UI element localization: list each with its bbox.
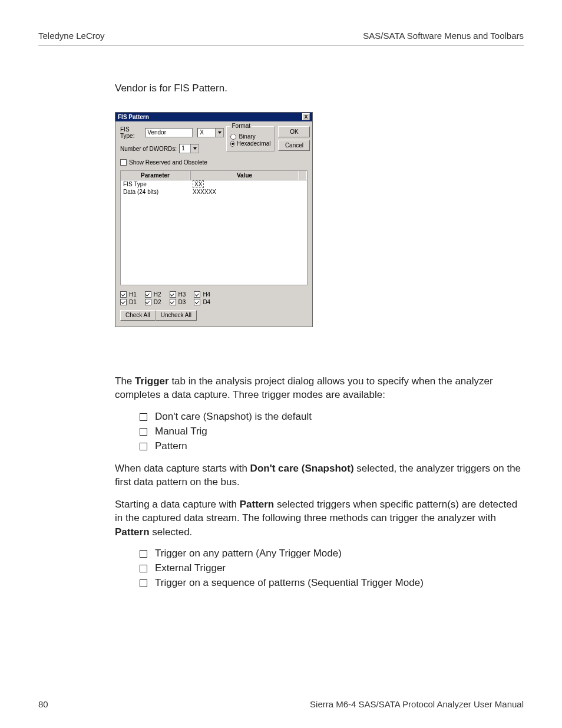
table-head: Parameter Value <box>121 171 307 180</box>
checkbox-icon <box>145 299 151 305</box>
text-bold: Trigger <box>135 375 169 387</box>
checkbox-icon <box>120 291 127 298</box>
label: H2 <box>154 291 161 298</box>
format-legend: Format <box>230 123 252 129</box>
page-header: Teledyne LeCroy SAS/SATA Software Menus … <box>38 31 524 41</box>
show-reserved-checkbox[interactable]: Show Reserved and Obsolete <box>120 159 224 166</box>
checkbox-icon <box>120 299 127 305</box>
checkbox-h3[interactable]: H3 <box>170 291 186 298</box>
intro-text: Vendor is for FIS Pattern. <box>115 83 521 94</box>
col-scroll <box>299 171 307 180</box>
fis-pattern-dialog: FIS Pattern X FIS Type: Vendor X <box>115 112 313 327</box>
body-content: Vendor is for FIS Pattern. FIS Pattern X… <box>115 83 521 595</box>
cell-value[interactable]: XX <box>193 180 204 188</box>
uncheck-all-button[interactable]: Uncheck All <box>156 310 197 321</box>
radio-binary-label: Binary <box>239 133 255 140</box>
checkbox-icon <box>170 291 176 298</box>
ok-button[interactable]: OK <box>278 126 310 137</box>
checkbox-icon <box>120 159 127 166</box>
d-row: D1 D2 D3 D4 <box>120 299 308 305</box>
text: tab in the analysis project dialog allow… <box>115 375 493 400</box>
list-item: Manual Trig <box>140 425 521 439</box>
text: Starting a data capture with <box>115 499 240 510</box>
fis-type-combo[interactable]: Vendor <box>145 128 193 137</box>
label: D3 <box>178 299 186 305</box>
num-dwords-value: 1 <box>180 144 190 153</box>
col-value: Value <box>190 171 299 180</box>
checkbox-h2[interactable]: H2 <box>145 291 161 298</box>
checkbox-d2[interactable]: D2 <box>145 299 161 305</box>
show-reserved-label: Show Reserved and Obsolete <box>129 159 207 166</box>
text: selected. <box>150 526 193 538</box>
col-parameter: Parameter <box>121 171 190 180</box>
fis-type-label: FIS Type: <box>120 126 143 139</box>
header-left: Teledyne LeCroy <box>38 31 105 41</box>
text: When data capture starts with <box>115 463 250 474</box>
checkbox-icon <box>194 299 200 305</box>
list-item: Don't care (Snapshot) is the default <box>140 410 521 424</box>
checkbox-icon <box>194 291 200 298</box>
radio-binary[interactable]: Binary <box>230 133 270 140</box>
table-row[interactable]: Data (24 bits) XXXXXX <box>121 188 307 196</box>
page-number: 80 <box>38 699 48 709</box>
radio-hex-label: Hexadecimal <box>237 140 271 147</box>
num-dwords-combo[interactable]: 1 <box>179 144 199 153</box>
close-icon[interactable]: X <box>302 113 310 120</box>
format-group: Format Binary Hexadecimal <box>226 126 275 151</box>
paragraph: The Trigger tab in the analysis project … <box>115 374 521 402</box>
checkbox-d1[interactable]: D1 <box>120 299 137 305</box>
page-footer: 80 Sierra M6-4 SAS/SATA Protocol Analyze… <box>38 699 524 709</box>
list-item: Pattern <box>140 440 521 453</box>
radio-icon <box>230 134 236 140</box>
fis-subtype-value: X <box>198 129 215 137</box>
checkbox-icon <box>145 291 151 298</box>
text-bold: Don't care (Snapshot) <box>250 463 354 474</box>
chevron-down-icon[interactable] <box>215 129 223 137</box>
header-right: SAS/SATA Software Menus and Toolbars <box>363 31 524 41</box>
num-dwords-label: Number of DWORDs: <box>120 146 177 152</box>
fis-subtype-combo[interactable]: X <box>197 128 224 137</box>
radio-icon <box>230 141 234 147</box>
label: D2 <box>154 299 161 305</box>
label: H4 <box>203 291 210 298</box>
cancel-button[interactable]: Cancel <box>278 140 310 151</box>
dialog-titlebar: FIS Pattern X <box>115 113 312 121</box>
list-item: Trigger on a sequence of patterns (Seque… <box>140 577 521 590</box>
chevron-down-icon[interactable] <box>190 144 199 153</box>
text-bold: Pattern <box>115 526 150 538</box>
checkbox-icon <box>170 299 176 305</box>
label: H3 <box>178 291 186 298</box>
param-table: Parameter Value FIS Type XX Data (24 bit… <box>120 170 308 285</box>
paragraph: When data capture starts with Don't care… <box>115 462 521 489</box>
h-row: H1 H2 H3 H4 <box>120 291 308 298</box>
checkbox-d4[interactable]: D4 <box>194 299 210 305</box>
list-item: External Trigger <box>140 562 521 575</box>
dialog-body: FIS Type: Vendor X Number of DWORDs: <box>115 121 312 327</box>
paragraph: Starting a data capture with Pattern sel… <box>115 498 521 539</box>
check-all-button[interactable]: Check All <box>120 310 156 321</box>
label: H1 <box>129 291 137 298</box>
cell-value: XXXXXX <box>190 188 307 196</box>
cell-param: FIS Type <box>121 180 190 188</box>
text: The <box>115 375 135 387</box>
list-trigger-modes: Don't care (Snapshot) is the default Man… <box>140 410 521 453</box>
label: D4 <box>203 299 210 305</box>
label: D1 <box>129 299 137 305</box>
radio-hex[interactable]: Hexadecimal <box>230 140 270 147</box>
cell-param: Data (24 bits) <box>121 188 190 196</box>
document-page: Teledyne LeCroy SAS/SATA Software Menus … <box>0 0 562 728</box>
fis-type-value: Vendor <box>146 129 192 137</box>
list-item: Trigger on any pattern (Any Trigger Mode… <box>140 547 521 561</box>
checkbox-h4[interactable]: H4 <box>194 291 210 298</box>
dialog-title: FIS Pattern <box>118 114 149 120</box>
header-rule <box>38 45 524 45</box>
list-pattern-methods: Trigger on any pattern (Any Trigger Mode… <box>140 547 521 590</box>
text-bold: Pattern <box>240 499 275 510</box>
check-buttons: Check All Uncheck All <box>120 310 308 321</box>
checkbox-h1[interactable]: H1 <box>120 291 137 298</box>
manual-title: Sierra M6-4 SAS/SATA Protocol Analyzer U… <box>310 699 524 709</box>
checkbox-d3[interactable]: D3 <box>170 299 186 305</box>
table-row[interactable]: FIS Type XX <box>121 180 307 188</box>
